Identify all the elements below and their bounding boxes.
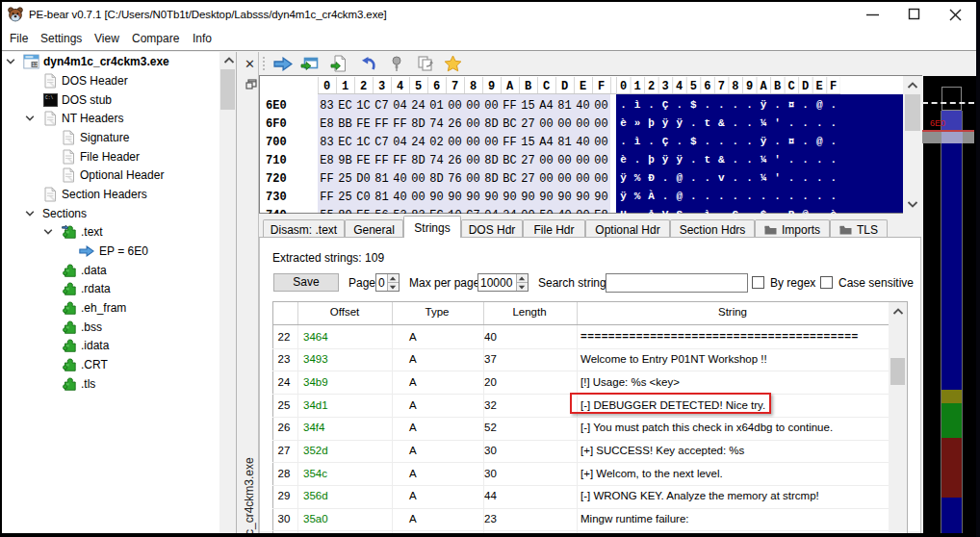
svg-text:12: 12: [32, 62, 38, 67]
svg-text:C:\: C:\: [45, 95, 53, 100]
